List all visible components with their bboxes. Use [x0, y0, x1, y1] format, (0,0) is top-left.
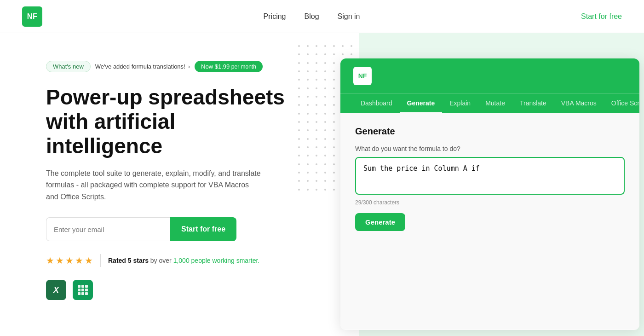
nav-sign-in[interactable]: Sign in — [338, 12, 360, 21]
nav-pricing[interactable]: Pricing — [264, 12, 286, 21]
dot — [324, 70, 326, 72]
app-header: NF — [340, 58, 639, 93]
dot — [333, 172, 335, 174]
dot — [333, 96, 335, 98]
main-content: What's new We've added formula translati… — [0, 33, 644, 336]
dot — [333, 45, 335, 47]
dot — [333, 138, 335, 140]
cta-row: Start for free — [46, 217, 294, 241]
dot — [333, 53, 335, 55]
app-nav-item-explain[interactable]: Explain — [442, 94, 478, 113]
header-right: Start for free — [581, 12, 622, 21]
hero-headline: Power-up spreadsheets with artificial in… — [46, 85, 294, 158]
form-label: What do you want the formula to do? — [355, 145, 625, 152]
dot — [333, 113, 335, 115]
dot — [333, 155, 335, 156]
dot — [333, 79, 335, 81]
badge-promo: Now $1.99 per month — [195, 61, 263, 72]
header-cta[interactable]: Start for free — [581, 12, 622, 21]
app-nav-item-dashboard[interactable]: Dashboard — [353, 94, 400, 113]
dot — [324, 121, 326, 123]
cta-button[interactable]: Start for free — [170, 217, 236, 241]
dot — [333, 146, 335, 148]
app-nav-item-mutate[interactable]: Mutate — [478, 94, 512, 113]
app-icons-row: X — [46, 280, 294, 300]
app-body: Generate What do you want the formula to… — [340, 113, 639, 330]
dot — [324, 146, 326, 148]
star-3: ★ — [65, 255, 74, 266]
app-nav: DashboardGenerateExplainMutateTranslateV… — [340, 93, 639, 113]
generate-title: Generate — [355, 126, 625, 137]
badge-row: What's new We've added formula translati… — [46, 61, 294, 72]
rating-text: Rated 5 stars by over 1,000 people worki… — [108, 257, 259, 264]
star-1: ★ — [46, 255, 54, 266]
nav-blog[interactable]: Blog — [305, 12, 319, 21]
app-nav-item-generate[interactable]: Generate — [400, 94, 443, 113]
main-nav: Pricing Blog Sign in — [264, 12, 360, 21]
dot — [324, 189, 326, 191]
dot — [324, 62, 326, 64]
app-window: NF DashboardGenerateExplainMutateTransla… — [340, 58, 639, 330]
dot — [333, 62, 335, 64]
dot — [324, 87, 326, 89]
dot — [324, 155, 326, 156]
char-count: 29/300 characters — [355, 199, 625, 206]
star-4: ★ — [75, 255, 83, 266]
app-nav-item-translate[interactable]: Translate — [512, 94, 554, 113]
dot — [324, 104, 326, 106]
generate-button[interactable]: Generate — [355, 213, 405, 231]
app-nav-item-office-scripts[interactable]: Office Scripts — [604, 94, 639, 113]
dot — [324, 129, 326, 131]
hero-section: What's new We've added formula translati… — [0, 33, 322, 336]
star-5: ★ — [85, 255, 93, 266]
dot — [333, 70, 335, 72]
star-rating: ★ ★ ★ ★ ★ — [46, 255, 93, 266]
dot — [324, 172, 326, 174]
badge-whats-new[interactable]: What's new — [46, 61, 91, 72]
formula-input[interactable] — [355, 157, 625, 195]
hero-description: The complete tool suite to generate, exp… — [46, 168, 262, 203]
app-logo: NF — [353, 67, 372, 85]
arrow-icon: › — [188, 63, 190, 70]
logo-box: NF — [22, 6, 42, 27]
app-nav-item-vba-macros[interactable]: VBA Macros — [554, 94, 604, 113]
dot — [333, 189, 335, 191]
header: NF Pricing Blog Sign in Start for free — [0, 0, 644, 33]
dot — [333, 121, 335, 123]
dot — [324, 96, 326, 98]
badge-formula-link[interactable]: We've added formula translations! › — [95, 63, 190, 70]
sheets-icon — [73, 280, 93, 300]
dot — [324, 113, 326, 115]
dot — [324, 45, 326, 47]
rating-row: ★ ★ ★ ★ ★ Rated 5 stars by over 1,000 pe… — [46, 254, 294, 267]
dot — [324, 53, 326, 55]
dot — [324, 79, 326, 81]
dot — [333, 87, 335, 89]
divider — [100, 254, 101, 267]
email-input[interactable] — [46, 217, 170, 241]
logo[interactable]: NF — [22, 6, 42, 27]
star-2: ★ — [56, 255, 64, 266]
dot — [333, 180, 335, 182]
right-panel: NF DashboardGenerateExplainMutateTransla… — [340, 33, 644, 336]
excel-icon: X — [46, 280, 66, 300]
dot — [333, 104, 335, 106]
dot — [324, 138, 326, 140]
dot — [333, 129, 335, 131]
dot — [324, 163, 326, 165]
dot — [333, 163, 335, 165]
dot — [324, 180, 326, 182]
